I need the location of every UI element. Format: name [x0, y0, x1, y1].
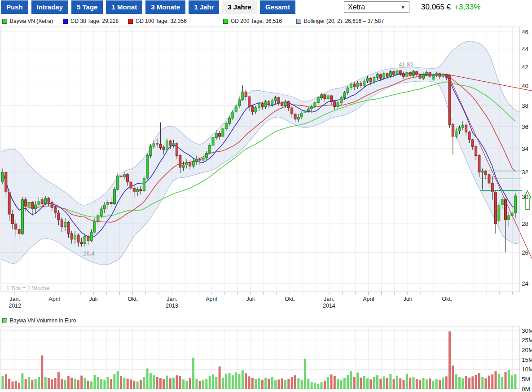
- x-axis-year-label: 2012: [9, 303, 21, 309]
- range-button-3-monate[interactable]: 3 Monate: [145, 0, 185, 14]
- x-axis-label: Okt.: [442, 296, 452, 302]
- volume-axis-labels: 30M25M20M15M10M5M0M: [522, 327, 532, 392]
- y-axis-label: 28: [522, 220, 528, 227]
- y-axis-label: 26: [522, 249, 528, 256]
- quote: 30,065 €+3,33%: [421, 3, 480, 12]
- price-annotation: 26,4: [83, 250, 94, 257]
- x-axis-label: Jan.: [324, 296, 334, 302]
- price-value: 30,065 €: [421, 3, 451, 11]
- y-axis-label: 40: [522, 83, 528, 89]
- range-button-gesamt[interactable]: Gesamt: [260, 0, 295, 14]
- x-axis-label: April: [363, 296, 374, 302]
- range-button-1-jahr[interactable]: 1 Jahr: [189, 0, 219, 14]
- tick-note: 1 Tick = 1 Woche: [6, 285, 49, 291]
- volume-legend: Baywa VN Volumen in Euro: [2, 317, 76, 324]
- volume-axis-label: 25M: [522, 337, 532, 344]
- x-axis-label: April: [48, 296, 60, 302]
- y-axis-label: 30: [522, 194, 528, 200]
- chart-canvas: 41,8226,41 Tick = 1 Woche464442403836343…: [0, 0, 532, 392]
- y-axis-label: 34: [522, 145, 529, 152]
- y-axis-label: 46: [522, 29, 528, 35]
- legend-swatch: [296, 19, 301, 24]
- volume-axis-label: 5M: [522, 376, 530, 383]
- range-button-5-tage[interactable]: 5 Tage: [71, 0, 103, 14]
- y-axis-label: 24: [522, 280, 529, 287]
- legend-label: Bollinger (20, 2): 26,616 – 37,587: [304, 18, 384, 24]
- volume-axis-label: 15M: [522, 357, 532, 363]
- legend-item: GD 38 Tage: 29,228: [63, 18, 119, 24]
- y-axis-label: 32: [522, 169, 528, 176]
- indicator-legend: Baywa VN (Xetra)GD 38 Tage: 29,228GD 100…: [0, 18, 532, 25]
- legend-swatch: [2, 19, 7, 24]
- range-button-intraday[interactable]: Intraday: [31, 0, 68, 14]
- legend-item: GD 100 Tage: 32,356: [128, 18, 187, 24]
- y-axis-label: 44: [522, 46, 529, 53]
- range-button-3-jahre[interactable]: 3 Jahre: [222, 0, 257, 14]
- y-axis-label: 42: [522, 64, 528, 70]
- volume-axis-label: 30M: [522, 327, 532, 334]
- exchange-select-value: Xetra: [348, 3, 365, 11]
- x-axis-year-label: 2014: [323, 303, 335, 309]
- x-axis-label: April: [206, 296, 217, 302]
- legend-swatch: [223, 19, 228, 24]
- volume-axis-label: 0M: [522, 386, 530, 392]
- legend-item: Baywa VN (Xetra): [2, 18, 53, 24]
- x-axis-year-label: 2013: [166, 303, 178, 309]
- legend-label: Baywa VN (Xetra): [10, 18, 53, 24]
- x-axis-labels: Jan.2012AprilJuliOkt.Jan.2013AprilJuliOk…: [9, 296, 452, 309]
- range-button-push[interactable]: Push: [1, 0, 28, 14]
- chevron-down-icon: ▼: [400, 4, 405, 10]
- volume-legend-label: Baywa VN Volumen in Euro: [10, 317, 76, 324]
- timeframe-toolbar: PushIntraday5 Tage1 Monat3 Monate1 Jahr3…: [1, 0, 295, 14]
- legend-label: GD 200 Tage: 36,516: [231, 18, 282, 24]
- legend-swatch: [63, 19, 68, 24]
- x-axis-label: Okt.: [128, 296, 138, 302]
- legend-label: GD 38 Tage: 29,228: [70, 18, 119, 24]
- range-button-1-monat[interactable]: 1 Monat: [106, 0, 142, 14]
- x-axis-label: Jan.: [167, 296, 177, 302]
- price-annotation: 41,82: [399, 61, 413, 68]
- volume-axis-label: 10M: [522, 366, 532, 373]
- legend-item: Bollinger (20, 2): 26,616 – 37,587: [296, 18, 384, 24]
- x-axis-label: Juli: [89, 296, 98, 302]
- volume-legend-swatch: [2, 318, 7, 323]
- x-axis-label: Jan.: [9, 296, 20, 302]
- y-axis-labels: 464442403836343230282624: [522, 29, 529, 287]
- volume-axis-label: 20M: [522, 347, 532, 353]
- x-axis-label: Juli: [403, 296, 412, 302]
- legend-swatch: [128, 19, 133, 24]
- legend-label: GD 100 Tage: 32,356: [136, 18, 187, 24]
- y-axis-label: 38: [522, 102, 528, 109]
- legend-item: GD 200 Tage: 36,516: [223, 18, 282, 24]
- y-axis-label: 36: [522, 123, 528, 130]
- price-change: +3,33%: [454, 3, 480, 11]
- x-axis-label: Juli: [246, 296, 255, 302]
- exchange-select[interactable]: Xetra ▼: [344, 1, 409, 13]
- x-axis-label: Okt.: [285, 296, 295, 302]
